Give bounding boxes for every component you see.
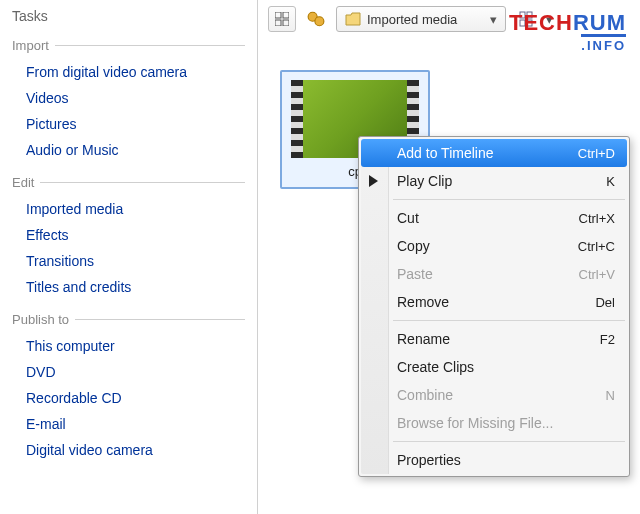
svg-rect-8 (520, 20, 525, 26)
menu-item-shortcut: Ctrl+V (579, 267, 615, 282)
folder-icon (345, 12, 361, 26)
view-autoplay-button[interactable] (302, 6, 330, 32)
menu-item-copy[interactable]: CopyCtrl+C (361, 232, 627, 260)
menu-item-combine: CombineN (361, 381, 627, 409)
dropdown-label: Imported media (367, 12, 484, 27)
publish-email[interactable]: E-mail (26, 411, 245, 437)
chevron-down-icon (490, 12, 497, 27)
svg-rect-7 (527, 12, 532, 18)
menu-item-label: Copy (397, 238, 430, 254)
thumbnails-icon (275, 12, 289, 26)
menu-item-label: Properties (397, 452, 461, 468)
svg-rect-1 (283, 12, 289, 18)
view-thumbnails-button[interactable] (268, 6, 296, 32)
menu-item-cut[interactable]: CutCtrl+X (361, 204, 627, 232)
section-header-edit: Edit (12, 175, 245, 190)
menu-item-shortcut: K (606, 174, 615, 189)
menu-separator (393, 441, 625, 442)
menu-item-label: Add to Timeline (397, 145, 494, 161)
context-menu: Add to TimelineCtrl+DPlay ClipKCutCtrl+X… (358, 136, 630, 477)
menu-item-label: Create Clips (397, 359, 474, 375)
collection-dropdown[interactable]: Imported media (336, 6, 506, 32)
menu-item-label: Play Clip (397, 173, 452, 189)
menu-item-shortcut: Ctrl+D (578, 146, 615, 161)
svg-point-5 (315, 17, 324, 26)
details-icon (519, 11, 533, 27)
tasks-panel: Tasks Import From digital video camera V… (0, 0, 258, 514)
menu-item-label: Browse for Missing File... (397, 415, 553, 431)
menu-item-add-to-timeline[interactable]: Add to TimelineCtrl+D (361, 139, 627, 167)
svg-rect-2 (275, 20, 281, 26)
svg-rect-3 (283, 20, 289, 26)
publish-this-computer[interactable]: This computer (26, 333, 245, 359)
menu-item-shortcut: F2 (600, 332, 615, 347)
menu-item-play-clip[interactable]: Play ClipK (361, 167, 627, 195)
menu-item-create-clips[interactable]: Create Clips (361, 353, 627, 381)
import-pictures[interactable]: Pictures (26, 111, 245, 137)
publish-dvd[interactable]: DVD (26, 359, 245, 385)
chevron-down-icon[interactable]: ▾ (546, 12, 553, 27)
edit-transitions[interactable]: Transitions (26, 248, 245, 274)
edit-titles-credits[interactable]: Titles and credits (26, 274, 245, 300)
menu-item-label: Paste (397, 266, 433, 282)
menu-item-label: Cut (397, 210, 419, 226)
gears-icon (307, 10, 325, 28)
publish-recordable-cd[interactable]: Recordable CD (26, 385, 245, 411)
menu-item-remove[interactable]: RemoveDel (361, 288, 627, 316)
menu-item-rename[interactable]: RenameF2 (361, 325, 627, 353)
section-header-import: Import (12, 38, 245, 53)
import-digital-video-camera[interactable]: From digital video camera (26, 59, 245, 85)
menu-item-label: Rename (397, 331, 450, 347)
import-audio-music[interactable]: Audio or Music (26, 137, 245, 163)
menu-item-shortcut: Ctrl+C (578, 239, 615, 254)
svg-rect-6 (520, 12, 525, 18)
toolbar: Imported media ▾ (264, 6, 634, 40)
svg-rect-0 (275, 12, 281, 18)
menu-item-shortcut: Del (595, 295, 615, 310)
menu-item-properties[interactable]: Properties (361, 446, 627, 474)
svg-rect-9 (527, 20, 532, 26)
menu-item-shortcut: Ctrl+X (579, 211, 615, 226)
tasks-title: Tasks (12, 8, 245, 24)
menu-item-shortcut: N (606, 388, 615, 403)
menu-item-label: Combine (397, 387, 453, 403)
edit-imported-media[interactable]: Imported media (26, 196, 245, 222)
menu-separator (393, 320, 625, 321)
menu-item-label: Remove (397, 294, 449, 310)
view-details-button[interactable] (512, 6, 540, 32)
publish-digital-video-camera[interactable]: Digital video camera (26, 437, 245, 463)
menu-item-paste: PasteCtrl+V (361, 260, 627, 288)
edit-effects[interactable]: Effects (26, 222, 245, 248)
menu-item-browse-for-missing-file: Browse for Missing File... (361, 409, 627, 437)
import-videos[interactable]: Videos (26, 85, 245, 111)
section-header-publish: Publish to (12, 312, 245, 327)
menu-separator (393, 199, 625, 200)
play-icon (369, 175, 378, 187)
